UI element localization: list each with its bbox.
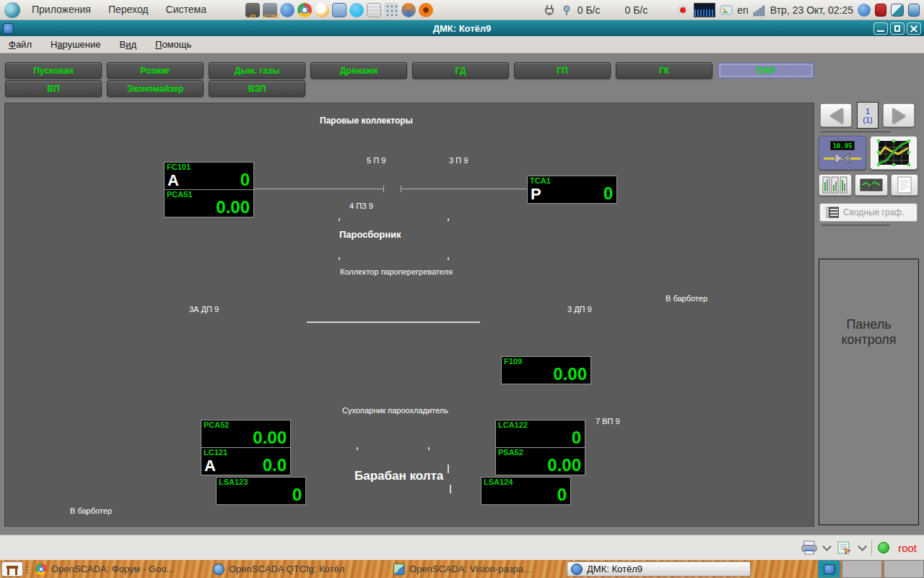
task-label: ДМК: Котёл9 [587,564,642,574]
task-label: OpenSCADA QTCfg: Котёл [229,564,344,574]
display-lc121[interactable]: LC121 A 0.0 [201,447,291,475]
vision-tray-icon[interactable] [858,4,871,17]
brightness-icon[interactable] [676,4,689,17]
mnemo-view-button[interactable]: 10.95 [819,136,866,170]
export-icon[interactable] [836,540,853,555]
graphs-view-button[interactable] [870,136,918,170]
task-vision[interactable]: OpenSCADA: Vision-разра... [390,561,562,577]
summary-graphs-label: Сводные граф. [843,207,905,217]
aglks-launcher-icon[interactable]: АГЛКС [263,3,277,17]
calculator-launcher-icon[interactable] [384,3,398,17]
close-button[interactable] [907,22,921,35]
printer-dropdown-chevron[interactable] [822,542,832,551]
control-panel-group: Панель контроля [819,259,919,525]
summary-graphs-button[interactable]: Сводные граф. [819,203,918,222]
contours-view-button[interactable] [819,174,852,196]
tab-drenazhi[interactable]: Дренажи [310,62,407,79]
display-tca1[interactable]: TCA1 P 0 [527,176,617,204]
tab-gd[interactable]: ГД [412,62,509,79]
tab-gk[interactable]: ГК [616,62,712,79]
signal-bars-icon[interactable] [753,4,766,17]
tab-vzp[interactable]: ВЗП [209,80,305,97]
display-value: 0.00 [253,428,287,448]
applications-menu[interactable]: Приложения [25,0,98,20]
tab-dym-gazy[interactable]: Дым. газы [209,62,305,79]
menu-violation[interactable]: Нарушение [51,39,101,50]
tab-rozzhig[interactable]: Розжиг [107,62,204,79]
display-lca122[interactable]: LCA122 0 [495,420,585,448]
red-book-tray-icon[interactable] [875,4,886,17]
task-qtcfg[interactable]: OpenSCADA QTCfg: Котёл [209,561,386,577]
minimize-button[interactable] [873,22,888,35]
task-forum[interactable]: OpenSCADA: Форум - Goo... [32,561,205,577]
display-pca52[interactable]: PCA52 0.00 [201,420,291,448]
screenshot-tray-icon[interactable] [720,4,733,17]
workspace-active[interactable] [818,560,840,578]
prev-page-button[interactable] [820,103,852,127]
desktop-top-panel: Приложения Переход Система К9 АГЛКС 0 Б/… [0,0,924,20]
label-3p9: 3 П 9 [449,156,468,165]
system-menu[interactable]: Система [159,0,214,20]
statusbar-separator [871,540,872,556]
current-user-label[interactable]: root [898,542,917,554]
export-dropdown-chevron[interactable] [858,542,867,551]
panel-tray-icon[interactable] [908,4,920,17]
tab-ekonomayzer[interactable]: Экономайзер [107,80,204,97]
label-parosbornik: Паросборник [339,229,401,240]
task-label: OpenSCADA: Vision-разра... [409,564,531,574]
gnome-foot-icon[interactable] [4,2,20,18]
menu-help[interactable]: Помощь [155,39,191,50]
flower-launcher-icon[interactable] [419,3,433,17]
window-icon [3,23,14,34]
display-value: 0.00 [547,455,581,475]
tab-vp[interactable]: ВП [5,80,102,97]
desk-icon [6,566,18,573]
tab-par[interactable]: ПАР [718,62,814,79]
page-current: 1 [866,107,870,116]
display-fc101[interactable]: FC101 A 0 [164,162,254,190]
task-dmk-kotel9[interactable]: ДМК: Котёл9 [567,561,751,577]
system-monitor-applet[interactable] [694,3,715,17]
window-titlebar[interactable]: ДМК: Котёл9 [0,20,924,36]
net-speed-out: 0 Б/с [624,4,648,16]
documents-view-button[interactable] [855,174,888,196]
document-view-button[interactable] [891,174,918,196]
k9-launcher-icon[interactable]: К9 [245,3,260,17]
show-desktop-button[interactable] [1,561,23,577]
display-value: 0 [240,170,250,190]
pipe-mark [339,218,340,221]
window-switcher-tray-icon[interactable] [891,4,904,17]
window-title: ДМК: Котёл9 [0,23,924,34]
display-pca51[interactable]: PCA51 0.00 [164,189,254,217]
menu-file[interactable]: Файл [9,39,32,50]
clock[interactable]: Втр, 23 Окт, 02:25 [770,4,853,16]
printer-icon[interactable] [801,540,818,555]
display-psa52[interactable]: PSA52 0.00 [495,447,585,475]
power-plug-icon[interactable] [543,4,556,17]
display-lsa124[interactable]: LSA124 0 [481,477,571,505]
notes-launcher-icon[interactable] [367,3,381,17]
pipe-line [253,189,384,189]
tab-gp[interactable]: ГП [514,62,611,79]
display-f109[interactable]: F109 0.00 [501,356,591,384]
files-launcher-icon[interactable] [332,3,346,17]
maximize-button[interactable] [890,22,905,35]
tab-puskovaya[interactable]: Пусковая [5,62,102,79]
swirl-launcher-icon[interactable] [401,3,416,17]
label-barboter-left: В барботер [70,506,112,515]
display-tag: LSA123 [219,478,248,486]
keyboard-layout-indicator[interactable]: en [737,4,749,16]
next-page-button[interactable] [883,103,915,127]
chrome-launcher-icon[interactable] [297,3,312,17]
pipe-mark [357,447,358,450]
skype-launcher-icon[interactable] [349,3,364,17]
menu-view[interactable]: Вид [120,39,137,50]
workspace-3[interactable] [884,560,924,578]
net-monitor-icon[interactable] [560,4,573,17]
workspace-2[interactable] [842,560,882,578]
orange-ball-launcher-icon[interactable] [315,3,329,17]
vision-launcher-icon[interactable] [280,3,295,17]
display-lsa123[interactable]: LSA123 0 [216,477,306,505]
document-icon [897,176,912,194]
places-menu[interactable]: Переход [101,0,156,20]
